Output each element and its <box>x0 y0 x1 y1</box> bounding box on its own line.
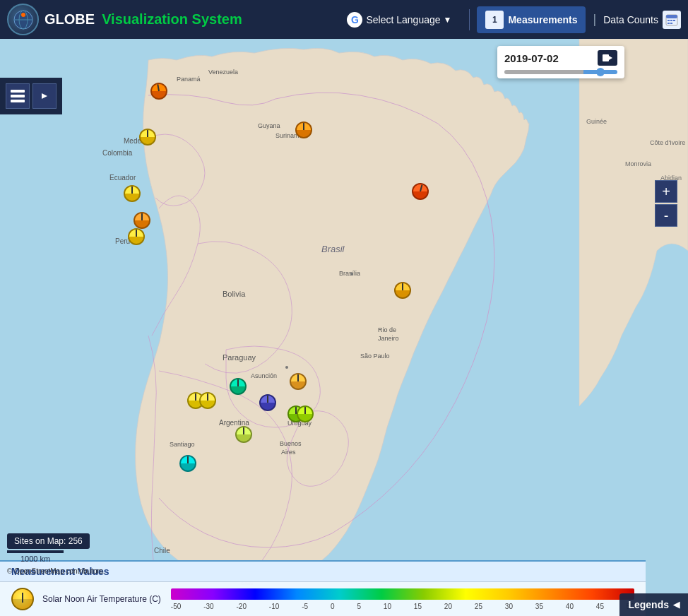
svg-text:Monrovia: Monrovia <box>625 160 651 167</box>
map-marker-peru3[interactable] <box>128 228 145 245</box>
svg-text:Buenos: Buenos <box>280 440 302 447</box>
svg-text:Guinée: Guinée <box>586 118 607 125</box>
zoom-in-button[interactable]: + <box>655 180 677 203</box>
map-marker-argentina-left2[interactable] <box>199 392 216 409</box>
logo <box>7 4 39 35</box>
map-marker-guyana[interactable] <box>295 122 312 138</box>
layer-controls <box>0 78 62 114</box>
date-value: 2019-07-02 <box>504 52 559 64</box>
scale-bar-label: 1000 km <box>7 555 64 563</box>
svg-rect-9 <box>668 23 670 24</box>
svg-rect-5 <box>666 15 677 18</box>
svg-text:Brasil: Brasil <box>321 244 345 254</box>
language-dropdown-arrow: ▼ <box>444 15 452 25</box>
map-marker-uruguay[interactable] <box>259 394 276 411</box>
header-divider1 <box>469 9 470 30</box>
data-counts-label: Data Counts <box>603 14 658 25</box>
data-counts-button[interactable]: Data Counts <box>603 11 681 29</box>
map-svg: Medellín Colombia Ecuador Perú Bolivia P… <box>0 39 688 616</box>
video-button[interactable] <box>598 50 617 66</box>
map-marker-brazil-east[interactable] <box>412 183 429 200</box>
calendar-icon-measurements: 1 <box>485 11 504 29</box>
app-subtitle: Visualization System <box>102 11 242 28</box>
svg-text:São Paulo: São Paulo <box>360 353 390 360</box>
select-language-label: Select Language <box>366 14 440 25</box>
slider-thumb <box>596 68 605 76</box>
svg-text:Venezuela: Venezuela <box>208 69 238 76</box>
svg-text:Ecuador: Ecuador <box>109 174 136 182</box>
select-language-button[interactable]: G Select Language ▼ <box>347 12 451 28</box>
svg-point-3 <box>21 13 25 17</box>
sites-badge: Sites on Map: 256 <box>7 533 90 549</box>
svg-marker-43 <box>609 56 612 60</box>
svg-text:Bolivia: Bolivia <box>223 290 246 298</box>
zoom-out-button[interactable]: - <box>655 204 677 227</box>
collapse-button[interactable] <box>32 83 57 109</box>
scale-bar: 1000 km <box>7 550 64 563</box>
map-marker-buenosaires2[interactable] <box>297 405 314 422</box>
scale-bar-line <box>7 550 64 553</box>
measurement-icon <box>11 588 34 610</box>
map-marker-peru2[interactable] <box>134 212 150 229</box>
measurements-label: Measurements <box>508 14 577 25</box>
svg-rect-45 <box>11 95 25 97</box>
svg-point-41 <box>285 366 288 369</box>
map-marker-panama[interactable] <box>150 83 167 100</box>
header: GLOBE Visualization System G Select Lang… <box>0 0 688 39</box>
date-row: 2019-07-02 <box>504 50 617 66</box>
svg-text:Aires: Aires <box>281 449 296 456</box>
svg-text:Janeiro: Janeiro <box>378 335 399 342</box>
date-control: 2019-07-02 <box>497 46 624 78</box>
svg-rect-44 <box>11 90 25 93</box>
svg-text:Guyana: Guyana <box>258 122 280 129</box>
app-title: GLOBE <box>45 11 95 28</box>
map-marker-peru1[interactable] <box>124 185 141 202</box>
legends-tab[interactable]: Legends ◀ <box>619 593 688 616</box>
svg-point-40 <box>350 273 353 276</box>
date-slider[interactable] <box>504 70 617 74</box>
svg-text:Santiago: Santiago <box>170 441 195 448</box>
google-icon: G <box>347 12 362 28</box>
map-marker-asuncion[interactable] <box>290 373 307 390</box>
svg-rect-6 <box>668 20 670 21</box>
svg-text:Côte d'Ivoire: Côte d'Ivoire <box>650 139 685 146</box>
svg-text:Panamá: Panamá <box>177 76 201 83</box>
measurement-row: Solar Noon Air Temperature (C) -50 -30 -… <box>0 582 646 616</box>
svg-text:Paraguay: Paraguay <box>223 353 256 362</box>
svg-rect-8 <box>673 20 675 21</box>
svg-text:Asunción: Asunción <box>251 372 277 379</box>
measurements-button[interactable]: 1 Measurements <box>477 6 586 33</box>
svg-marker-47 <box>42 93 47 99</box>
svg-text:Brasília: Brasília <box>339 270 360 277</box>
color-scale: -50 -30 -20 -10 -5 0 5 10 15 20 25 30 35… <box>171 588 634 610</box>
svg-text:Chile: Chile <box>154 547 170 555</box>
svg-text:Colombia: Colombia <box>102 149 133 157</box>
calendar-icon-datacounts <box>663 11 681 29</box>
svg-rect-46 <box>11 100 25 102</box>
measurement-label: Solar Noon Air Temperature (C) <box>42 593 161 605</box>
svg-rect-7 <box>670 20 672 21</box>
legends-label: Legends <box>628 599 669 610</box>
legends-panel: Legends ◀ <box>619 593 688 616</box>
map-marker-s-chile[interactable] <box>179 455 196 472</box>
color-bar <box>171 588 634 600</box>
map-marker-rio[interactable] <box>394 282 411 299</box>
svg-rect-10 <box>670 23 672 24</box>
layers-button[interactable] <box>6 83 30 109</box>
legends-arrow-icon: ◀ <box>673 600 680 610</box>
map-marker-medellin[interactable] <box>139 129 156 146</box>
map-marker-s-argentina[interactable] <box>235 426 252 443</box>
nav-divider: | <box>593 12 596 27</box>
map-marker-argentina-central[interactable] <box>230 378 247 395</box>
zoom-controls: + - <box>655 180 677 227</box>
svg-rect-42 <box>603 54 609 61</box>
attribution: © OpenStreetMap contributors. <box>7 567 105 575</box>
measurement-needle <box>22 593 23 603</box>
map-container[interactable]: Medellín Colombia Ecuador Perú Bolivia P… <box>0 39 688 616</box>
svg-text:Rio de: Rio de <box>378 326 396 333</box>
left-panel <box>0 78 62 114</box>
scale-labels: -50 -30 -20 -10 -5 0 5 10 15 20 25 30 35… <box>171 603 634 610</box>
